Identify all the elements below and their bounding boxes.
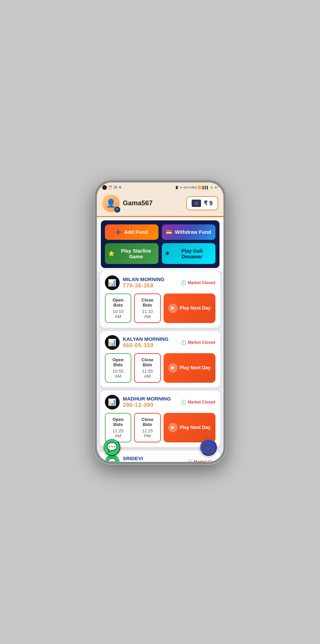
market-icon-kalyan: 📊 <box>105 335 120 350</box>
sun-icon: ✳ <box>165 251 170 257</box>
star-icon: ⭐ <box>108 251 115 257</box>
play-icon-milan: ▶ <box>168 304 178 313</box>
play-starline-button[interactable]: ⭐ Play Starline Game <box>105 243 158 264</box>
open-bids-milan[interactable]: Open Bids 10:10 AM <box>105 293 132 323</box>
market-name-madhur: MADHUR MORNING <box>123 396 178 401</box>
clock-icon-kalyan: 🕐 <box>181 340 186 345</box>
vibrate-icon: 📳 <box>175 186 179 189</box>
market-card-milan: 📊 MILAN MORNING 779-36-358 🕐 Market Clos… <box>100 271 220 328</box>
chart-icon: 📊 <box>108 279 116 287</box>
play-icon-madhur: ▶ <box>168 423 178 432</box>
whatsapp-icon: 💬 <box>107 442 117 452</box>
clock-icon-madhur: 🕐 <box>181 399 186 405</box>
alarm-icon: ⏰ <box>108 185 112 189</box>
avatar[interactable]: 👤 ☰ <box>102 195 120 212</box>
call-icon: 📞 <box>204 443 213 452</box>
bids-row-madhur: Open Bids 11:25 AM Close Bids 12:25 PM ▶… <box>105 413 215 442</box>
camera <box>102 185 107 190</box>
wallet-amount: ₹ 9 <box>204 200 212 207</box>
username: Gama567 <box>123 199 153 207</box>
bids-row-kalyan: Open Bids 10:55 AM Close Bids 11:55 AM ▶… <box>105 353 215 383</box>
signal-icon: ▌▌▌ <box>202 186 209 189</box>
market-number-madhur: 290-12-390 <box>123 402 178 408</box>
bids-row-milan: Open Bids 10:10 AM Close Bids 11:10 AM ▶… <box>105 293 215 323</box>
withdraw-fund-button[interactable]: 💳 Withdraw Fund <box>162 224 215 240</box>
close-bids-madhur[interactable]: Close Bids 12:25 PM <box>134 413 161 442</box>
play-next-day-kalyan[interactable]: ▶ Play Next Day <box>164 353 215 383</box>
withdraw-icon: 💳 <box>166 229 172 235</box>
wallet-icon: 💼 <box>192 200 201 207</box>
wifi-icon: 📶 <box>198 186 201 189</box>
open-bids-kalyan[interactable]: Open Bids 10:55 AM <box>105 353 132 383</box>
wallet-badge[interactable]: 💼 ₹ 9 <box>186 196 218 210</box>
market-icon-madhur: 📊 <box>105 395 120 410</box>
add-fund-button[interactable]: ➕ Add Fund <box>105 224 158 240</box>
market-name-sridevi: SRIDEVI <box>123 455 184 461</box>
bluetooth-icon: ✦ <box>180 186 182 189</box>
market-list: 📊 MILAN MORNING 779-36-358 🕐 Market Clos… <box>97 271 223 462</box>
market-status-kalyan: 🕐 Market Closed <box>181 340 215 345</box>
market-card-kalyan: 📊 KALYAN MORNING 460-05-159 🕐 Market Clo… <box>100 331 220 387</box>
data-speed: 43.0 KB/S <box>183 186 197 189</box>
market-status-milan: 🕐 Market Closed <box>181 280 215 285</box>
open-bids-madhur[interactable]: Open Bids 11:25 AM <box>105 413 132 442</box>
menu-icon[interactable]: ☰ <box>114 207 120 213</box>
close-bids-milan[interactable]: Close Bids 11:10 AM <box>134 293 161 323</box>
chart-icon-kalyan: 📊 <box>108 338 116 346</box>
play-gali-button[interactable]: ✳ Play Gali Desawar <box>162 243 215 264</box>
chart-icon-sridevi: 💬 <box>108 458 116 462</box>
chart-icon-madhur: 📊 <box>108 398 116 406</box>
call-button[interactable]: 📞 <box>200 439 217 456</box>
whatsapp-button[interactable]: 💬 <box>104 439 120 456</box>
market-status-madhur: 🕐 Market Closed <box>181 399 215 405</box>
battery-level: 47 <box>214 186 218 189</box>
market-number-kalyan: 460-05-159 <box>123 342 178 348</box>
status-bar: ⏰ 18 ⚙ 📳 ✦ 43.0 KB/S 📶 ▌▌▌ 🔋 47 <box>97 182 223 191</box>
close-bids-kalyan[interactable]: Close Bids 11:55 AM <box>134 353 161 383</box>
play-icon-kalyan: ▶ <box>168 363 178 373</box>
header-divider <box>97 216 223 217</box>
play-next-day-madhur[interactable]: ▶ Play Next Day <box>164 413 215 442</box>
market-name-milan: MILAN MORNING <box>123 276 178 282</box>
phone-frame: ⏰ 18 ⚙ 📳 ✦ 43.0 KB/S 📶 ▌▌▌ 🔋 47 👤 ☰ Gama… <box>95 180 226 464</box>
market-number-milan: 779-36-358 <box>123 283 178 289</box>
market-icon-milan: 📊 <box>105 275 120 290</box>
clock-icon: 🕐 <box>181 280 186 285</box>
header: 👤 ☰ Gama567 💼 ₹ 9 <box>97 191 223 216</box>
action-grid: ➕ Add Fund 💳 Withdraw Fund ⭐ Play Starli… <box>101 220 219 268</box>
market-status-sridevi: 🕐 Market Cl... <box>187 459 215 462</box>
play-next-day-milan[interactable]: ▶ Play Next Day <box>164 293 215 323</box>
market-card-madhur: 📊 MADHUR MORNING 290-12-390 🕐 Market Clo… <box>100 391 220 447</box>
battery-icon: 🔋 <box>210 186 213 189</box>
market-name-kalyan: KALYAN MORNING <box>123 336 178 342</box>
add-icon: ➕ <box>115 229 122 235</box>
status-time: 18 <box>114 185 117 189</box>
settings-icon: ⚙ <box>119 185 122 189</box>
clock-icon-sridevi: 🕐 <box>187 459 192 462</box>
